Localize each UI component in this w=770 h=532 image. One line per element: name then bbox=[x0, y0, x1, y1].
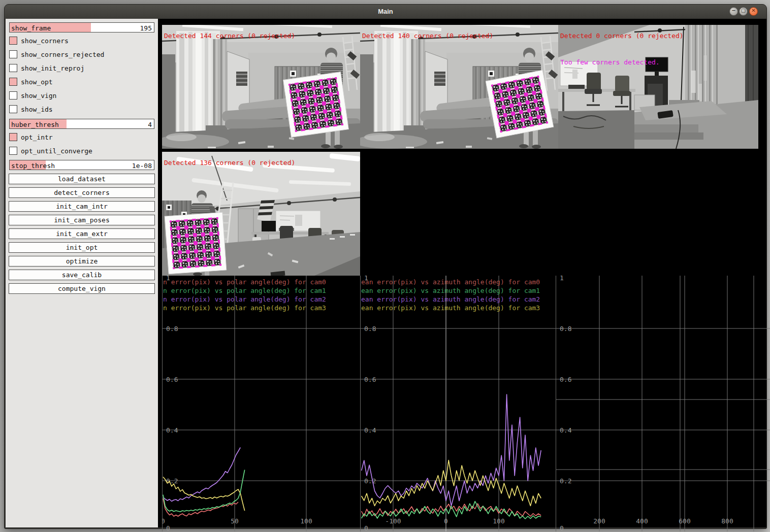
window-title: Main bbox=[5, 8, 766, 15]
detection-status: Detected 136 corners (0 rejected) bbox=[164, 159, 295, 167]
detect-corners-button[interactable]: detect_corners bbox=[9, 187, 155, 198]
save-calib-button[interactable]: save_calib bbox=[9, 270, 155, 280]
slider-label: huber_thresh bbox=[11, 121, 59, 128]
app-window: Main − ▢ ✕ show_frame 195 show_corners s… bbox=[4, 4, 767, 529]
checkbox-box[interactable] bbox=[9, 78, 17, 86]
title-bar[interactable]: Main − ▢ ✕ bbox=[5, 5, 766, 19]
minimize-button[interactable]: − bbox=[729, 7, 738, 16]
checkbox-label: opt_intr bbox=[21, 134, 53, 141]
svg-text:0.6: 0.6 bbox=[364, 376, 376, 383]
camera-view-cam1[interactable]: Detected 140 corners (0 rejected) bbox=[360, 25, 558, 149]
checkbox-box[interactable] bbox=[9, 50, 17, 58]
svg-text:100: 100 bbox=[493, 517, 504, 525]
checkbox-label: show_vign bbox=[21, 92, 56, 99]
plot-vignetting[interactable]: 20040060080010.80.60.40.20 bbox=[556, 276, 770, 531]
checkbox-label: show_opt bbox=[21, 78, 53, 86]
svg-text:1: 1 bbox=[560, 276, 564, 282]
detection-warning: Too few corners detected. bbox=[560, 58, 660, 66]
checkbox-label: opt_until_converge bbox=[21, 147, 92, 155]
svg-text:0.2: 0.2 bbox=[364, 477, 376, 485]
huber-thresh-slider[interactable]: huber_thresh 4 bbox=[9, 119, 154, 129]
svg-text:n error(pix) vs polar angle(de: n error(pix) vs polar angle(deg) for cam… bbox=[163, 295, 326, 303]
slider-value: 195 bbox=[140, 24, 152, 32]
slider-label: show_frame bbox=[11, 24, 51, 32]
tall-curtain bbox=[685, 25, 718, 110]
checkbox-box[interactable] bbox=[9, 37, 17, 45]
init-opt-button[interactable]: init_opt bbox=[9, 242, 155, 253]
svg-text:n error(pix) vs polar angle(de: n error(pix) vs polar angle(deg) for cam… bbox=[163, 278, 326, 286]
svg-text:50: 50 bbox=[231, 517, 239, 525]
svg-text:0.4: 0.4 bbox=[560, 426, 572, 434]
svg-text:n error(pix) vs polar angle(de: n error(pix) vs polar angle(deg) for cam… bbox=[163, 304, 326, 312]
svg-text:0: 0 bbox=[444, 517, 448, 525]
show-frame-slider[interactable]: show_frame 195 bbox=[9, 22, 154, 32]
camera-view-cam3[interactable]: Detected 136 corners (0 rejected) bbox=[162, 152, 360, 276]
svg-text:0.8: 0.8 bbox=[166, 325, 178, 332]
checkbox-box[interactable] bbox=[9, 64, 17, 72]
slider-value: 4 bbox=[148, 121, 152, 128]
camera-view-cam0[interactable]: Detected 144 corners (0 rejected) bbox=[162, 25, 360, 149]
detection-status: Detected 0 corners (0 rejected) bbox=[560, 32, 684, 40]
slider-label: stop_thresh bbox=[11, 162, 55, 170]
calibration-board bbox=[283, 72, 349, 138]
close-button[interactable]: ✕ bbox=[749, 7, 758, 16]
plot-polar-error[interactable]: 05010010.80.60.40.20n error(pix) vs pola… bbox=[162, 276, 360, 531]
plot-azimuth-error[interactable]: -100010010.80.60.40.20ean error(pix) vs … bbox=[360, 276, 556, 531]
stop-thresh-slider[interactable]: stop_thresh 1e-08 bbox=[9, 160, 154, 170]
svg-text:0.6: 0.6 bbox=[166, 376, 178, 383]
gl-viewport: Detected 144 corners (0 rejected) Detect… bbox=[158, 19, 766, 527]
load-dataset-button[interactable]: load_dataset bbox=[9, 174, 155, 184]
svg-text:-100: -100 bbox=[385, 517, 401, 525]
checkbox-box[interactable] bbox=[9, 133, 17, 141]
dark-curtain bbox=[745, 25, 758, 112]
calibration-board bbox=[486, 70, 554, 138]
svg-text:0: 0 bbox=[166, 524, 170, 531]
svg-text:0: 0 bbox=[364, 524, 368, 531]
checkbox-label: show_init_reproj bbox=[21, 64, 84, 72]
checkbox-box[interactable] bbox=[9, 147, 17, 155]
svg-text:400: 400 bbox=[636, 517, 648, 525]
svg-text:800: 800 bbox=[721, 517, 733, 525]
compute-vign-button[interactable]: compute_vign bbox=[9, 283, 155, 294]
svg-text:200: 200 bbox=[593, 517, 605, 525]
svg-text:0.2: 0.2 bbox=[560, 477, 571, 485]
svg-text:0.4: 0.4 bbox=[166, 426, 178, 434]
detection-status: Detected 144 corners (0 rejected) bbox=[164, 32, 295, 40]
optimize-button[interactable]: optimize bbox=[9, 256, 155, 267]
svg-text:600: 600 bbox=[679, 517, 690, 525]
checkbox-label: show_corners_rejected bbox=[21, 51, 104, 58]
svg-text:ean error(pix) vs azimuth angl: ean error(pix) vs azimuth angle(deg) for… bbox=[361, 278, 540, 286]
checkbox-box[interactable] bbox=[9, 91, 17, 99]
svg-text:n error(pix) vs polar angle(de: n error(pix) vs polar angle(deg) for cam… bbox=[163, 287, 326, 294]
checkbox-box[interactable] bbox=[9, 105, 17, 113]
checkbox-label: show_ids bbox=[21, 106, 53, 113]
camera-view-cam2[interactable]: Detected 0 corners (0 rejected) Too few … bbox=[558, 25, 758, 149]
init-cam-intr-button[interactable]: init_cam_intr bbox=[9, 201, 155, 212]
svg-text:100: 100 bbox=[300, 517, 312, 525]
svg-text:0.2: 0.2 bbox=[166, 477, 178, 485]
checkbox-label: show_corners bbox=[21, 37, 69, 45]
svg-text:0: 0 bbox=[162, 517, 165, 525]
mattress-platform bbox=[634, 100, 758, 149]
init-cam-extr-button[interactable]: init_cam_extr bbox=[9, 228, 155, 239]
svg-text:0.8: 0.8 bbox=[364, 325, 376, 332]
detection-status: Detected 140 corners (0 rejected) bbox=[362, 32, 493, 40]
settings-panel: show_frame 195 show_corners show_corners… bbox=[6, 19, 158, 527]
init-cam-poses-button[interactable]: init_cam_poses bbox=[9, 215, 155, 225]
svg-text:ean error(pix) vs azimuth angl: ean error(pix) vs azimuth angle(deg) for… bbox=[361, 295, 540, 303]
svg-text:ean error(pix) vs azimuth angl: ean error(pix) vs azimuth angle(deg) for… bbox=[361, 304, 540, 312]
svg-text:0.8: 0.8 bbox=[560, 325, 571, 332]
svg-text:0.4: 0.4 bbox=[364, 426, 376, 434]
svg-text:0: 0 bbox=[560, 524, 564, 531]
maximize-button[interactable]: ▢ bbox=[739, 7, 748, 16]
slider-value: 1e-08 bbox=[132, 162, 152, 170]
svg-text:ean error(pix) vs azimuth angl: ean error(pix) vs azimuth angle(deg) for… bbox=[361, 287, 540, 294]
calibration-board bbox=[165, 212, 227, 274]
svg-text:0.6: 0.6 bbox=[560, 376, 571, 383]
